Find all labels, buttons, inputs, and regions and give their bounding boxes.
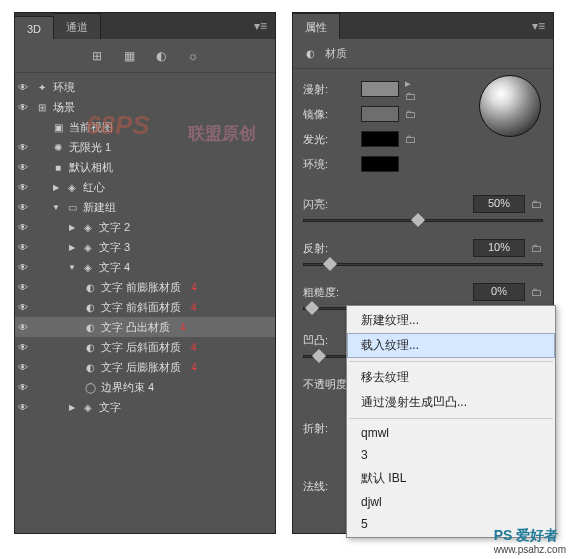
right-tabs: 属性 ▾≡ (293, 13, 553, 39)
chevron-down-icon[interactable]: ▼ (67, 263, 77, 272)
tree-row-current-view[interactable]: ·▣当前视图 (15, 117, 275, 137)
camera-icon: ■ (51, 162, 65, 173)
shine-value[interactable]: 50% (473, 195, 525, 213)
visibility-icon[interactable]: 👁 (15, 322, 31, 333)
diffuse-label: 漫射: (303, 82, 355, 97)
properties-header: ◐ 材质 (293, 39, 553, 69)
visibility-icon[interactable]: 👁 (15, 242, 31, 253)
visibility-icon[interactable]: 👁 (15, 202, 31, 213)
tree-row-new-group[interactable]: 👁▼▭新建组 (15, 197, 275, 217)
chevron-down-icon[interactable]: ▼ (51, 203, 61, 212)
visibility-icon[interactable]: 👁 (15, 142, 31, 153)
mesh-icon: ◈ (81, 242, 95, 253)
left-panel-menu-icon[interactable]: ▾≡ (246, 13, 275, 39)
tree-row-back-inflate[interactable]: 👁◐文字 后膨胀材质4 (15, 357, 275, 377)
menu-separator (349, 361, 553, 362)
group-icon: ▭ (65, 202, 79, 213)
ambient-row: 环境: (303, 153, 543, 175)
tree-row-environment[interactable]: 👁✦环境 (15, 77, 275, 97)
glow-swatch[interactable] (361, 131, 399, 147)
rough-label: 粗糙度: (303, 285, 359, 300)
reflect-label: 反射: (303, 241, 359, 256)
reflect-value[interactable]: 10% (473, 239, 525, 257)
tree-row-front-bevel[interactable]: 👁◐文字 前斜面材质4 (15, 297, 275, 317)
material-icon: ◐ (303, 48, 317, 59)
shine-label: 闪亮: (303, 197, 359, 212)
scene-tree[interactable]: 👁✦环境 👁⊞场景 ·▣当前视图 👁✺无限光 1 👁■默认相机 👁▶◈红心 👁▼… (15, 73, 275, 421)
tree-row-infinite-light[interactable]: 👁✺无限光 1 (15, 137, 275, 157)
visibility-icon[interactable]: 👁 (15, 362, 31, 373)
tab-properties[interactable]: 属性 (293, 13, 340, 39)
chevron-right-icon[interactable]: ▶ (67, 243, 77, 252)
folder-icon[interactable]: ▸🗀 (405, 77, 417, 102)
visibility-icon[interactable]: 👁 (15, 302, 31, 313)
tree-row-boundary[interactable]: 👁◯边界约束 4 (15, 377, 275, 397)
tree-row-back-bevel[interactable]: 👁◐文字 后斜面材质4 (15, 337, 275, 357)
menu-separator (349, 418, 553, 419)
tree-row-text3[interactable]: 👁▶◈文字 3 (15, 237, 275, 257)
tree-row-text2[interactable]: 👁▶◈文字 2 (15, 217, 275, 237)
tree-label: 红心 (83, 180, 105, 195)
tree-label: 文字 前膨胀材质 (101, 280, 181, 295)
visibility-icon[interactable]: 👁 (15, 182, 31, 193)
folder-icon[interactable]: 🗀 (405, 108, 417, 120)
visibility-icon[interactable]: 👁 (15, 402, 31, 413)
reflect-slider[interactable] (303, 257, 543, 271)
menu-item[interactable]: 通过漫射生成凹凸... (347, 390, 555, 415)
folder-icon[interactable]: 🗀 (531, 286, 543, 298)
folder-icon[interactable]: 🗀 (531, 198, 543, 210)
count-badge: 4 (191, 362, 197, 373)
tree-row-front-inflate[interactable]: 👁◐文字 前膨胀材质4 (15, 277, 275, 297)
visibility-icon[interactable]: 👁 (15, 382, 31, 393)
tree-row-extrude[interactable]: 👁◐文字 凸出材质4 (15, 317, 275, 337)
tree-row-default-camera[interactable]: 👁■默认相机 (15, 157, 275, 177)
material-icon: ◐ (83, 342, 97, 353)
filter-scene-icon[interactable]: ⊞ (90, 49, 104, 63)
visibility-icon[interactable]: 👁 (15, 262, 31, 273)
visibility-icon[interactable]: 👁 (15, 342, 31, 353)
tree-label: 场景 (53, 100, 75, 115)
visibility-icon[interactable]: 👁 (15, 222, 31, 233)
tree-row-scene[interactable]: 👁⊞场景 (15, 97, 275, 117)
shine-slider[interactable] (303, 213, 543, 227)
menu-item[interactable]: 5 (347, 513, 555, 535)
tab-3d[interactable]: 3D (15, 16, 54, 39)
diffuse-swatch[interactable] (361, 81, 399, 97)
ambient-swatch[interactable] (361, 156, 399, 172)
chevron-right-icon[interactable]: ▶ (67, 223, 77, 232)
menu-item[interactable]: djwl (347, 491, 555, 513)
rough-value[interactable]: 0% (473, 283, 525, 301)
menu-item[interactable]: 3 (347, 444, 555, 466)
tree-label: 文字 前斜面材质 (101, 300, 181, 315)
menu-item[interactable]: 默认 IBL (347, 466, 555, 491)
visibility-icon[interactable]: 👁 (15, 162, 31, 173)
menu-item[interactable]: 新建纹理... (347, 308, 555, 333)
menu-item[interactable]: qmwl (347, 422, 555, 444)
tree-row-text4[interactable]: 👁▼◈文字 4 (15, 257, 275, 277)
tree-row-text[interactable]: 👁▶◈文字 (15, 397, 275, 417)
visibility-icon[interactable]: 👁 (15, 82, 31, 93)
menu-item[interactable]: 移去纹理 (347, 365, 555, 390)
tree-label: 文字 3 (99, 240, 130, 255)
folder-icon[interactable]: 🗀 (531, 242, 543, 254)
material-preview-sphere[interactable] (479, 75, 541, 137)
tree-row-red-heart[interactable]: 👁▶◈红心 (15, 177, 275, 197)
chevron-right-icon[interactable]: ▶ (51, 183, 61, 192)
tree-label: 文字 后膨胀材质 (101, 360, 181, 375)
filter-material-icon[interactable]: ◐ (154, 49, 168, 63)
visibility-icon[interactable]: 👁 (15, 282, 31, 293)
count-badge: 4 (191, 302, 197, 313)
ambient-label: 环境: (303, 157, 355, 172)
chevron-right-icon[interactable]: ▶ (67, 403, 77, 412)
menu-item[interactable]: 载入纹理... (347, 333, 555, 358)
specular-swatch[interactable] (361, 106, 399, 122)
filter-light-icon[interactable]: ☼ (186, 49, 200, 63)
tree-label: 文字 2 (99, 220, 130, 235)
constraint-icon: ◯ (83, 382, 97, 393)
right-panel-menu-icon[interactable]: ▾≡ (524, 13, 553, 39)
filter-mesh-icon[interactable]: ▦ (122, 49, 136, 63)
folder-icon[interactable]: 🗀 (405, 133, 417, 145)
visibility-icon[interactable]: 👁 (15, 102, 31, 113)
scene-icon: ⊞ (35, 102, 49, 113)
tab-channels[interactable]: 通道 (54, 13, 101, 39)
